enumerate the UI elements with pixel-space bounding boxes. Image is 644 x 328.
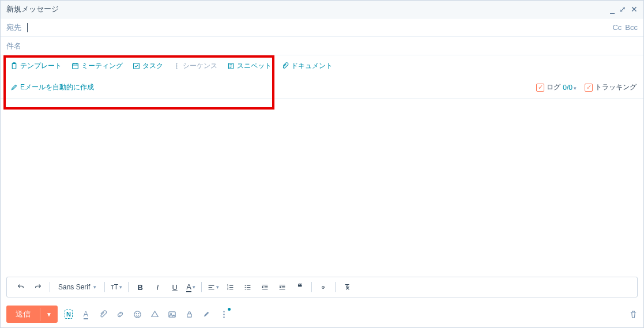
svg-rect-0 <box>12 63 16 69</box>
drive-icon[interactable] <box>150 309 160 319</box>
checkbox-checked-icon: ✓ <box>585 84 593 92</box>
font-size-button[interactable]: тT▾ <box>108 280 125 295</box>
signature-icon[interactable] <box>202 309 212 319</box>
footer: 送信 ▼ N A <box>1 301 643 327</box>
calendar-icon <box>71 62 79 70</box>
unordered-list-button[interactable] <box>240 280 256 295</box>
email-body[interactable] <box>1 99 643 277</box>
compose-header: 新規メッセージ _ ⤢ ✕ <box>1 1 643 18</box>
highlight-icon[interactable]: A <box>81 309 91 319</box>
autogen-button[interactable]: Eメールを自動的に作成 <box>7 81 96 93</box>
checkbox-checked-icon: ✓ <box>536 84 544 92</box>
align-button[interactable]: ▾ <box>205 280 221 295</box>
to-row[interactable]: 宛先 Cc Bcc <box>1 18 643 37</box>
link-icon[interactable] <box>115 309 126 319</box>
font-family-select[interactable]: Sans Serif▾ <box>55 282 100 292</box>
svg-point-46 <box>224 311 225 312</box>
svg-rect-2 <box>72 63 78 69</box>
italic-button[interactable]: I <box>149 280 165 295</box>
template-button[interactable]: テンプレート <box>7 60 64 72</box>
note-icon <box>227 62 235 70</box>
svg-rect-45 <box>187 314 192 317</box>
to-cursor <box>27 23 28 32</box>
svg-point-7 <box>176 63 177 64</box>
minimize-icon[interactable]: _ <box>610 5 615 13</box>
indent-left-button[interactable] <box>257 280 273 295</box>
svg-point-41 <box>136 313 137 314</box>
svg-point-39 <box>323 286 323 287</box>
task-button[interactable]: タスク <box>130 60 165 72</box>
tools-row: テンプレート ミーティング タスク シーケンス スニペット <box>1 55 643 99</box>
log-count[interactable]: 0/0▾ <box>563 84 577 92</box>
redo-button[interactable] <box>30 280 46 295</box>
text-color-button[interactable]: A▾ <box>184 280 198 295</box>
tracking-checkbox[interactable]: ✓ トラッキング <box>585 82 637 92</box>
attachment-icon <box>281 62 289 70</box>
underline-button[interactable]: U <box>167 280 183 295</box>
send-button[interactable]: 送信 ▼ <box>6 306 58 323</box>
delete-icon[interactable] <box>629 310 638 319</box>
sequence-button: シーケンス <box>170 60 220 72</box>
svg-point-48 <box>224 316 225 317</box>
svg-text:3: 3 <box>227 288 229 291</box>
svg-point-47 <box>224 314 225 315</box>
edit-icon <box>10 84 18 92</box>
indent-right-button[interactable] <box>274 280 291 295</box>
image-icon[interactable] <box>167 309 178 319</box>
svg-point-42 <box>138 313 139 314</box>
ordered-list-button[interactable]: 123 <box>223 280 239 295</box>
attach-icon[interactable] <box>98 309 108 319</box>
meeting-button[interactable]: ミーティング <box>69 60 125 72</box>
log-checkbox[interactable]: ✓ ログ 0/0▾ <box>536 82 577 92</box>
emoji-icon[interactable] <box>133 309 143 319</box>
window-title: 新規メッセージ <box>6 4 59 14</box>
svg-point-9 <box>176 68 177 69</box>
checklist-icon <box>132 62 140 70</box>
bold-button[interactable]: B <box>132 280 148 295</box>
notion-icon[interactable]: N <box>63 309 74 319</box>
cc-button[interactable]: Cc <box>612 23 622 32</box>
svg-point-24 <box>245 285 246 286</box>
subject-label: 件名 <box>6 41 21 51</box>
format-toolbar: Sans Serif▾ тT▾ B I U A▾ ▾ 123 ❝ <box>6 277 638 297</box>
svg-rect-43 <box>169 311 175 316</box>
svg-rect-6 <box>133 63 139 69</box>
document-button[interactable]: ドキュメント <box>278 60 335 72</box>
bcc-button[interactable]: Bcc <box>625 23 638 32</box>
clipboard-icon <box>10 62 18 70</box>
send-dropdown[interactable]: ▼ <box>40 308 58 321</box>
quote-button[interactable]: ❝ <box>292 280 308 295</box>
expand-icon[interactable]: ⤢ <box>619 5 626 13</box>
snippet-button[interactable]: スニペット <box>224 60 274 72</box>
svg-point-26 <box>245 286 246 288</box>
to-label: 宛先 <box>6 22 21 33</box>
more-format-button[interactable] <box>315 280 332 295</box>
svg-point-40 <box>134 311 141 317</box>
svg-point-28 <box>245 288 246 289</box>
more-icon[interactable] <box>219 309 229 319</box>
undo-button[interactable] <box>13 280 29 295</box>
clear-format-button[interactable] <box>339 280 355 295</box>
lock-icon[interactable] <box>184 309 195 319</box>
subject-row[interactable]: 件名 <box>1 37 643 55</box>
close-icon[interactable]: ✕ <box>631 5 638 13</box>
sequence-icon <box>172 62 180 70</box>
